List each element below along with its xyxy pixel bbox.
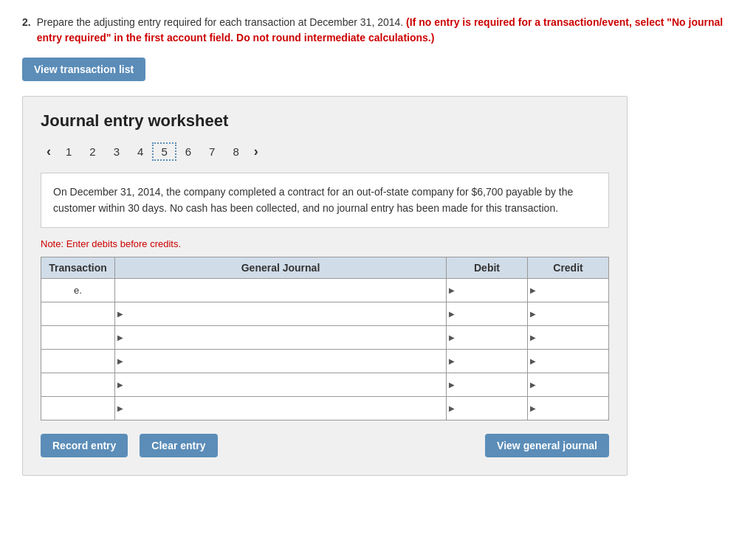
tab-2[interactable]: 2 [80,142,104,161]
credit-input-6[interactable] [528,397,608,420]
general-journal-cell-4[interactable] [115,349,447,373]
worksheet-container: Journal entry worksheet ‹ 1 2 3 4 5 6 7 … [22,96,628,476]
col-header-transaction: Transaction [41,257,115,278]
question-number: 2. [22,15,31,46]
transaction-label-3 [41,325,115,349]
tab-next-arrow[interactable]: › [248,142,264,161]
debit-input-1[interactable] [447,279,527,302]
general-journal-input-6[interactable] [115,397,446,420]
col-header-general-journal: General Journal [115,257,447,278]
general-journal-input-4[interactable] [115,350,446,373]
question-text: Prepare the adjusting entry required for… [37,15,734,46]
transaction-label-e: e. [41,278,115,302]
credit-input-4[interactable] [528,350,608,373]
tab-4[interactable]: 4 [128,142,152,161]
debit-input-4[interactable] [447,350,527,373]
transaction-label-6 [41,396,115,420]
transaction-label-4 [41,349,115,373]
table-row [41,373,609,396]
general-journal-input-2[interactable] [115,302,446,325]
debit-input-3[interactable] [447,326,527,349]
credit-cell-6[interactable] [528,396,609,420]
scenario-text: On December 31, 2014, the company comple… [53,186,573,214]
debit-input-2[interactable] [447,302,527,325]
scenario-box: On December 31, 2014, the company comple… [41,173,609,228]
table-row [41,349,609,373]
tab-3[interactable]: 3 [105,142,128,161]
tab-5[interactable]: 5 [152,142,176,161]
general-journal-cell-6[interactable] [115,396,447,420]
col-header-credit: Credit [528,257,609,278]
general-journal-cell-3[interactable] [115,325,447,349]
question-header: 2. Prepare the adjusting entry required … [22,15,734,46]
debit-cell-5[interactable] [447,373,528,396]
tab-6[interactable]: 6 [176,142,200,161]
col-header-debit: Debit [447,257,528,278]
debit-input-6[interactable] [447,397,527,420]
general-journal-cell-5[interactable] [115,373,447,396]
debit-cell-2[interactable] [447,302,528,325]
question-body: Prepare the adjusting entry required for… [37,16,404,28]
journal-table: Transaction General Journal Debit Credit… [41,257,609,420]
table-row [41,302,609,325]
note-text: Note: Enter debits before credits. [41,238,609,249]
credit-input-1[interactable] [528,279,608,302]
view-transaction-button[interactable]: View transaction list [22,58,145,81]
credit-cell-2[interactable] [528,302,609,325]
table-header-row: Transaction General Journal Debit Credit [41,257,609,278]
debit-cell-6[interactable] [447,396,528,420]
debit-input-5[interactable] [447,373,527,396]
general-journal-cell-1[interactable] [115,278,447,302]
credit-cell-4[interactable] [528,349,609,373]
tab-8[interactable]: 8 [224,142,247,161]
transaction-label-2 [41,302,115,325]
tab-prev-arrow[interactable]: ‹ [41,142,57,161]
general-journal-cell-2[interactable] [115,302,447,325]
table-row: e. [41,278,609,302]
tab-7[interactable]: 7 [200,142,224,161]
debit-cell-3[interactable] [447,325,528,349]
table-row [41,396,609,420]
debit-cell-4[interactable] [447,349,528,373]
credit-cell-3[interactable] [528,325,609,349]
transaction-label-5 [41,373,115,396]
credit-cell-1[interactable] [528,278,609,302]
credit-cell-5[interactable] [528,373,609,396]
action-buttons: Record entry Clear entry View general jo… [41,434,609,457]
view-general-journal-button[interactable]: View general journal [485,434,609,457]
general-journal-input-5[interactable] [115,373,446,396]
credit-input-2[interactable] [528,302,608,325]
debit-cell-1[interactable] [447,278,528,302]
tab-1[interactable]: 1 [57,142,80,161]
table-row [41,325,609,349]
credit-input-3[interactable] [528,326,608,349]
worksheet-title: Journal entry worksheet [41,111,609,131]
tabs-navigation: ‹ 1 2 3 4 5 6 7 8 › [41,142,609,161]
general-journal-input-3[interactable] [115,326,446,349]
general-journal-input-1[interactable] [115,279,446,302]
clear-entry-button[interactable]: Clear entry [140,434,217,457]
record-entry-button[interactable]: Record entry [41,434,128,457]
credit-input-5[interactable] [528,373,608,396]
